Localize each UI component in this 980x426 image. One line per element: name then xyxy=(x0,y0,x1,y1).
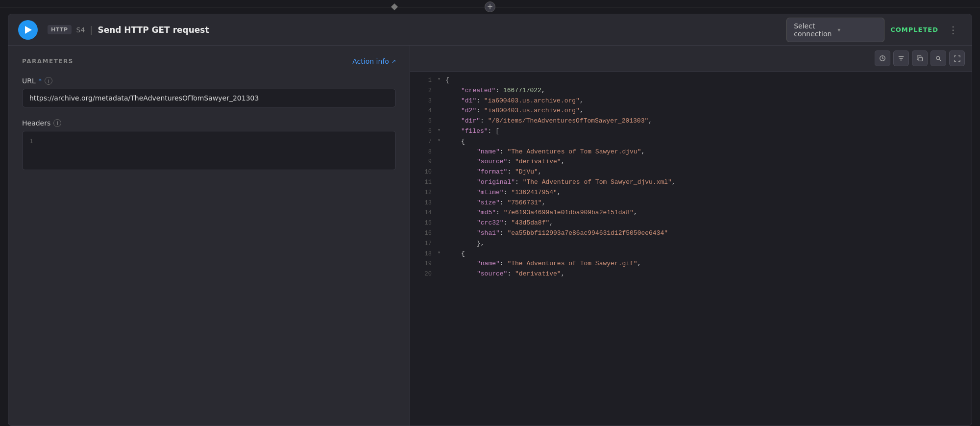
add-node-button[interactable]: + xyxy=(485,1,495,12)
url-field-group: URL * i xyxy=(22,77,396,107)
http-badge: HTTP xyxy=(48,25,72,34)
json-line: 18▾{ xyxy=(410,249,972,259)
svg-rect-7 xyxy=(919,57,922,61)
json-line: 20"source": "derivative", xyxy=(410,269,972,279)
json-line: 10"format": "DjVu", xyxy=(410,167,972,177)
action-info-label: Action info xyxy=(352,57,389,65)
action-card: HTTP S4 | Send HTTP GET request Select c… xyxy=(8,14,972,426)
headers-label-text: Headers xyxy=(22,119,50,127)
format-icon-btn[interactable] xyxy=(875,50,890,66)
svg-marker-0 xyxy=(25,26,32,34)
json-toolbar xyxy=(410,46,972,72)
json-line: 16"sha1": "ea55bbf112993a7e86ac994631d12… xyxy=(410,228,972,239)
parameters-panel: PARAMETERS Action info ↗ URL * i xyxy=(8,46,410,426)
run-button[interactable] xyxy=(18,20,38,40)
parameters-section-title: PARAMETERS xyxy=(22,58,74,65)
json-line: 1▾{ xyxy=(410,75,972,86)
headers-info-icon[interactable]: i xyxy=(53,119,61,127)
expand-icon-btn[interactable] xyxy=(949,50,965,66)
svg-line-3 xyxy=(882,58,884,59)
app-container: + HTTP S4 | Send HTTP GET request Select… xyxy=(0,0,980,426)
card-body: PARAMETERS Action info ↗ URL * i xyxy=(8,46,972,426)
headers-editor[interactable]: 1 xyxy=(22,131,396,170)
json-line: 17}, xyxy=(410,239,972,249)
json-line: 8"name": "The Adventures of Tom Sawyer.d… xyxy=(410,147,972,157)
url-input[interactable] xyxy=(22,89,396,107)
connector-diamond-left xyxy=(391,3,398,10)
json-line: 3"d1": "ia600403.us.archive.org", xyxy=(410,96,972,106)
action-info-link[interactable]: Action info ↗ xyxy=(352,57,396,65)
panel-header: PARAMETERS Action info ↗ xyxy=(22,57,396,65)
connector-bar: + xyxy=(0,0,980,14)
json-line: 13"size": "7566731", xyxy=(410,198,972,208)
select-connection-dropdown[interactable]: Select connection ▾ xyxy=(786,18,884,42)
select-connection-label: Select connection xyxy=(794,22,833,38)
headers-field-label: Headers i xyxy=(22,119,396,127)
json-line: 14"md5": "7e6193a4699a1e01dba909ba2e151d… xyxy=(410,208,972,218)
json-line: 6▾"files": [ xyxy=(410,126,972,137)
filter-icon-btn[interactable] xyxy=(893,50,909,66)
required-indicator: * xyxy=(39,77,42,84)
json-line: 15"crc32": "43d5da8f", xyxy=(410,218,972,228)
card-title: Send HTTP GET request xyxy=(98,25,781,35)
more-options-button[interactable]: ⋮ xyxy=(944,22,962,38)
card-header-left: HTTP S4 | Send HTTP GET request xyxy=(48,25,781,35)
external-link-icon: ↗ xyxy=(392,58,396,65)
json-line: 12"mtime": "1362417954", xyxy=(410,188,972,198)
json-line: 9"source": "derivative", xyxy=(410,157,972,167)
json-line: 5"dir": "/8/items/TheAdventuresOfTomSawy… xyxy=(410,116,972,126)
url-label-text: URL xyxy=(22,77,36,85)
json-line: 11"original": "The Adventures of Tom Saw… xyxy=(410,177,972,188)
json-line: 4"d2": "ia800403.us.archive.org", xyxy=(410,106,972,116)
json-viewer-panel: 1▾{2"created": 1667717022,3"d1": "ia6004… xyxy=(410,46,972,426)
chevron-down-icon: ▾ xyxy=(837,26,877,33)
json-content[interactable]: 1▾{2"created": 1667717022,3"d1": "ia6004… xyxy=(410,72,972,426)
completed-status-badge: COMPLETED xyxy=(890,26,938,33)
svg-line-9 xyxy=(939,59,941,61)
url-info-icon[interactable]: i xyxy=(45,77,52,85)
card-header: HTTP S4 | Send HTTP GET request Select c… xyxy=(8,14,972,46)
url-field-label: URL * i xyxy=(22,77,396,85)
svg-point-8 xyxy=(936,56,940,60)
copy-icon-btn[interactable] xyxy=(912,50,928,66)
line-number-1: 1 xyxy=(29,137,33,145)
json-line: 7▾{ xyxy=(410,137,972,147)
headers-field-group: Headers i 1 xyxy=(22,119,396,170)
step-id: S4 xyxy=(76,26,85,34)
search-icon-btn[interactable] xyxy=(931,50,946,66)
separator: | xyxy=(90,25,93,35)
json-line: 2"created": 1667717022, xyxy=(410,86,972,96)
json-line: 19"name": "The Adventures of Tom Sawyer.… xyxy=(410,259,972,269)
